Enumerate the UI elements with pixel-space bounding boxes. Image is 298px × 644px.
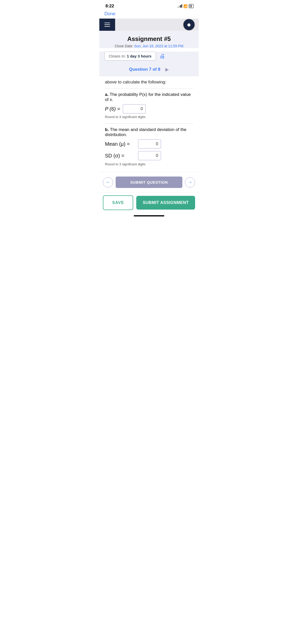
question-label: Question 7 of 8	[129, 67, 160, 72]
question-content: above to calculate the following: a. The…	[99, 76, 199, 172]
done-button[interactable]: Done	[104, 11, 115, 17]
next-question-button[interactable]: →	[185, 177, 195, 187]
question-intro: above to calculate the following:	[105, 80, 193, 85]
close-date: Close Date: Sun, Jun 18, 2023 at 11:59 P…	[104, 44, 194, 48]
closes-in-badge: Closes In: 1 day 3 hours	[104, 52, 156, 61]
part-a-text: The probability P(x) for the indicated v…	[105, 92, 191, 102]
user-icon: ●	[187, 21, 191, 29]
submit-assignment-button[interactable]: SUBMIT ASSIGNMENT	[136, 196, 195, 210]
hamburger-line-3	[104, 26, 110, 27]
part-a-label: a. The probability P(x) for the indicate…	[105, 92, 193, 102]
part-b-text: The mean and standard deviation of the d…	[105, 127, 186, 137]
divider-2	[105, 123, 193, 124]
save-button[interactable]: SAVE	[103, 195, 133, 210]
status-time: 8:22	[105, 4, 114, 9]
home-indicator	[99, 213, 199, 218]
part-b-section: b. The mean and standard deviation of th…	[105, 127, 193, 170]
sd-label: SD (σ) =	[105, 153, 136, 159]
prev-arrow-icon: ←	[106, 180, 110, 185]
print-icon[interactable]: 🖨	[159, 53, 165, 60]
signal-icon	[178, 5, 182, 8]
submit-question-bar: ← SUBMIT QUESTION →	[99, 172, 199, 192]
part-a-input[interactable]	[123, 104, 146, 113]
menu-button[interactable]	[99, 19, 115, 31]
closes-in-value: 1 day 3 hours	[127, 54, 152, 58]
header-nav: ●	[99, 19, 199, 31]
next-question-arrow[interactable]: ▶	[165, 67, 169, 72]
wifi-icon: 📶	[183, 4, 187, 8]
part-a-formula: P (6) =	[105, 106, 120, 112]
hamburger-line-2	[104, 24, 110, 25]
part-a-round-note: Round to 3 significant digits	[105, 115, 193, 119]
assignment-title: Assignment #5	[104, 35, 194, 42]
sd-row: SD (σ) =	[105, 151, 193, 160]
closes-in-bar: Closes In: 1 day 3 hours 🖨	[99, 52, 199, 64]
prev-question-button[interactable]: ←	[103, 177, 113, 187]
closes-in-label: Closes In:	[109, 54, 126, 58]
status-icons: 📶 67	[178, 4, 194, 8]
avatar[interactable]: ●	[183, 19, 195, 31]
mean-input[interactable]	[138, 139, 161, 149]
mean-row: Mean (μ) =	[105, 139, 193, 149]
hamburger-line-1	[104, 23, 110, 23]
close-date-label: Close Date:	[115, 44, 133, 48]
mean-sd-block: Mean (μ) = SD (σ) =	[105, 139, 193, 160]
mean-label: Mean (μ) =	[105, 141, 136, 147]
done-bar: Done	[99, 10, 199, 19]
question-nav: Question 7 of 8 ▶	[99, 64, 199, 76]
close-date-value: Sun, Jun 18, 2023 at 11:59 PM	[134, 44, 183, 48]
bottom-action-bar: SAVE SUBMIT ASSIGNMENT	[99, 192, 199, 213]
part-b-round-note: Round to 3 significant digits	[105, 162, 193, 166]
submit-question-button[interactable]: SUBMIT QUESTION	[116, 177, 182, 188]
home-bar	[134, 215, 164, 216]
sd-input[interactable]	[138, 151, 161, 160]
battery-icon: 67	[189, 4, 194, 8]
part-a-formula-row: P (6) =	[105, 104, 193, 113]
part-b-label: b. The mean and standard deviation of th…	[105, 127, 193, 137]
assignment-header: Assignment #5 Close Date: Sun, Jun 18, 2…	[99, 31, 199, 48]
next-arrow-icon: →	[188, 180, 192, 185]
part-a-section: a. The probability P(x) for the indicate…	[105, 92, 193, 122]
divider-1	[105, 88, 193, 89]
status-bar: 8:22 📶 67	[99, 0, 199, 10]
